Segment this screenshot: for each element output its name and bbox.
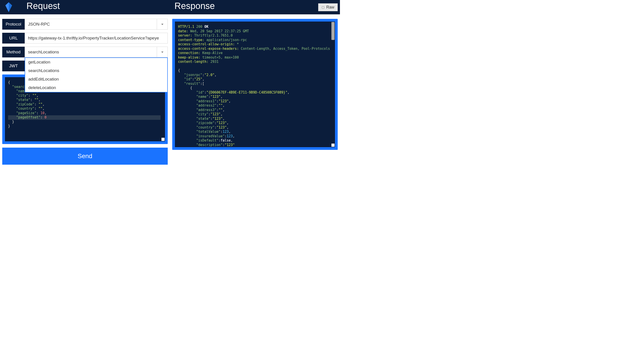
response-viewer[interactable]: HTTP/1.1 200 OKdate: Wed, 20 Sep 2017 22… — [175, 22, 335, 147]
url-row: URL — [2, 33, 168, 44]
response-body-panel: HTTP/1.1 200 OKdate: Wed, 20 Sep 2017 22… — [172, 19, 338, 150]
method-option-getLocation[interactable]: getLocation — [25, 58, 167, 66]
chevron-down-icon — [161, 52, 164, 53]
app-logo — [4, 2, 13, 13]
protocol-label: Protocol — [2, 19, 25, 30]
response-panel: HTTP/1.1 200 OKdate: Wed, 20 Sep 2017 22… — [172, 19, 338, 165]
resize-handle[interactable] — [162, 138, 164, 141]
request-title: Request — [26, 1, 60, 11]
clipboard-icon: ▢ — [322, 6, 324, 9]
scrollbar-thumb[interactable] — [332, 22, 334, 40]
method-option-deleteLocation[interactable]: deleteLocation — [25, 84, 167, 92]
method-caret-button[interactable] — [157, 47, 168, 58]
main-content: Protocol JSON-RPC URL Method searchLocat… — [0, 14, 340, 167]
method-dropdown: getLocation searchLocations addEditLocat… — [25, 58, 168, 92]
protocol-select-wrap: JSON-RPC — [25, 19, 168, 30]
method-label: Method — [2, 47, 25, 58]
method-option-searchLocations[interactable]: searchLocations — [25, 66, 167, 75]
raw-button[interactable]: ▢ Raw — [318, 3, 338, 11]
app-header: Request Response ▢ Raw — [0, 0, 340, 14]
method-select[interactable]: searchLocations — [25, 47, 157, 58]
raw-label: Raw — [326, 5, 334, 10]
resize-handle[interactable] — [332, 144, 334, 147]
method-row: Method searchLocations getLocation searc… — [2, 47, 168, 58]
url-label: URL — [2, 33, 25, 44]
response-title: Response — [174, 1, 215, 11]
method-select-wrap: searchLocations — [25, 47, 168, 58]
jwt-label: JWT — [2, 61, 25, 71]
protocol-row: Protocol JSON-RPC — [2, 19, 168, 30]
method-option-addEditLocation[interactable]: addEditLocation — [25, 75, 167, 84]
send-button[interactable]: Send — [2, 148, 168, 165]
protocol-caret-button[interactable] — [157, 19, 168, 30]
request-panel: Protocol JSON-RPC URL Method searchLocat… — [2, 19, 168, 165]
svg-marker-1 — [6, 2, 9, 12]
url-input[interactable] — [25, 33, 168, 44]
protocol-select[interactable]: JSON-RPC — [25, 19, 157, 30]
chevron-down-icon — [161, 24, 164, 25]
